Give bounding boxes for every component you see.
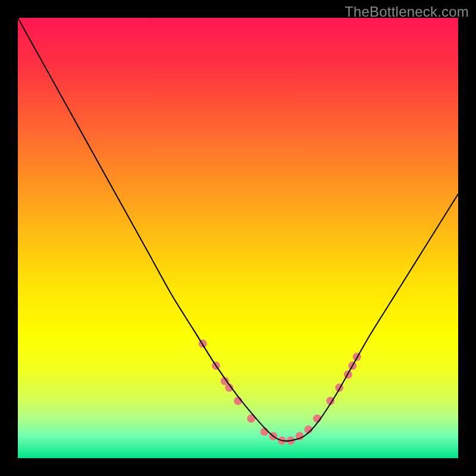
marker-point — [260, 428, 268, 436]
curve-layer — [18, 18, 458, 458]
bottleneck-curve — [18, 18, 458, 441]
markers-group — [199, 340, 361, 445]
watermark-text: TheBottleneck.com — [345, 4, 469, 20]
plot-area — [18, 18, 458, 458]
